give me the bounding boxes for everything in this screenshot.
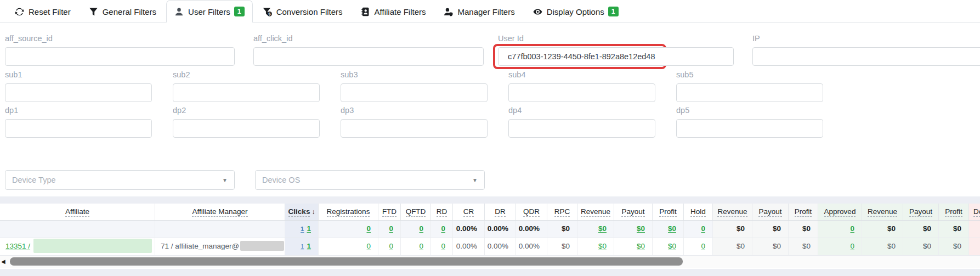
column-header-cr[interactable]: CR (453, 204, 485, 220)
unique-clicks-link[interactable]: 1 (301, 226, 304, 232)
cell-revenue_approved: $0 (862, 221, 903, 238)
column-header-profit_hold[interactable]: Profit (789, 204, 818, 220)
dp4-label: dp4 (508, 106, 522, 115)
ip-input[interactable] (752, 47, 980, 66)
cell-registrations: 0 (319, 238, 378, 255)
column-header-payout[interactable]: Payout (614, 204, 653, 220)
tab-label: Reset Filter (29, 7, 71, 16)
column-header-qdr[interactable]: QDR (516, 204, 547, 220)
column-header-affiliate[interactable]: Affiliate (0, 204, 155, 220)
sub1-input[interactable] (5, 83, 152, 102)
hold-link[interactable]: 0 (701, 242, 705, 250)
qftd-link[interactable]: 0 (419, 224, 423, 233)
tab-general-filters[interactable]: General Filters (81, 0, 165, 22)
payout_hold-value: $0 (773, 224, 781, 233)
column-header-hold[interactable]: Hold (684, 204, 713, 220)
tab-reset-filter[interactable]: Reset Filter (7, 0, 79, 22)
column-header-profit[interactable]: Profit (653, 204, 684, 220)
sub2-label: sub2 (173, 70, 190, 79)
horizontal-scrollbar[interactable]: ◀ (0, 256, 980, 268)
total-clicks-link[interactable]: 1 (307, 242, 311, 250)
column-header-affiliate_manager[interactable]: Affiliate Manager (155, 204, 285, 220)
dp4-input[interactable] (508, 119, 655, 138)
column-header-qftd[interactable]: QFTD (401, 204, 431, 220)
hold-link[interactable]: 0 (701, 224, 705, 233)
ftd-link[interactable]: 0 (389, 242, 393, 250)
column-header-rd[interactable]: RD (431, 204, 453, 220)
revenue-link[interactable]: $0 (598, 242, 607, 250)
tab-user-filters[interactable]: User Filters1 (166, 0, 253, 22)
scroll-left-arrow-icon[interactable]: ◀ (1, 258, 5, 265)
panel-table-separator (0, 196, 980, 204)
approved-link[interactable]: 0 (850, 224, 854, 233)
tab-display-options[interactable]: Display Options1 (525, 0, 627, 22)
cell-clicks: 11 (285, 221, 319, 238)
sub4-input[interactable] (508, 83, 655, 102)
unique-clicks-link[interactable]: 1 (301, 243, 304, 250)
sub4-label: sub4 (508, 70, 525, 79)
payout-link[interactable]: $0 (637, 224, 645, 233)
cell-revenue_approved: $0 (862, 238, 903, 255)
user_id-input[interactable] (498, 47, 734, 66)
ip-label: IP (752, 34, 760, 43)
column-header-label: Profit (945, 207, 962, 217)
column-header-payout_approved[interactable]: Payout (903, 204, 939, 220)
revenue-link[interactable]: $0 (598, 224, 607, 233)
dp1-label: dp1 (5, 106, 18, 115)
column-header-clicks[interactable]: Clicks↓ (285, 204, 319, 220)
column-header-profit_approved[interactable]: Profit (939, 204, 969, 220)
affiliate-id-link[interactable]: 13351 / (5, 242, 30, 250)
dp3-label: dp3 (341, 106, 354, 115)
report-table: AffiliateAffiliate ManagerClicks↓Registr… (0, 204, 980, 256)
column-header-rpc[interactable]: RPC (547, 204, 577, 220)
dp1-input[interactable] (5, 119, 152, 138)
dp3-input[interactable] (341, 119, 488, 138)
cell-profit_hold: $0 (789, 221, 818, 238)
cell-ftd: 0 (378, 221, 401, 238)
cell-revenue: $0 (577, 238, 614, 255)
device_os-dropdown[interactable]: Device OS▼ (255, 170, 485, 190)
tab-conversion-filters[interactable]: $Conversion Filters (254, 0, 351, 22)
sub5-input[interactable] (676, 83, 823, 102)
total-clicks-link[interactable]: 1 (307, 224, 311, 233)
svg-text:$: $ (268, 11, 270, 16)
registrations-link[interactable]: 0 (366, 242, 371, 250)
eye-icon (533, 7, 542, 16)
column-header-revenue_hold[interactable]: Revenue (713, 204, 752, 220)
column-header-revenue[interactable]: Revenue (577, 204, 614, 220)
column-header-declined[interactable]: Declined (969, 204, 980, 220)
column-header-registrations[interactable]: Registrations (319, 204, 378, 220)
device_type-dropdown[interactable]: Device Type▼ (5, 170, 235, 190)
aff_click_id-label: aff_click_id (253, 34, 292, 43)
aff_click_id-input[interactable] (253, 47, 484, 66)
horizontal-scrollbar-thumb[interactable] (10, 257, 683, 266)
qftd-link[interactable]: 0 (419, 242, 423, 250)
column-header-ftd[interactable]: FTD (378, 204, 401, 220)
column-header-label: RPC (554, 207, 570, 217)
sub3-input[interactable] (341, 83, 488, 102)
dp2-input[interactable] (173, 119, 320, 138)
registrations-link[interactable]: 0 (366, 224, 371, 233)
profit-link[interactable]: $0 (668, 242, 676, 250)
sub5-label: sub5 (676, 70, 693, 79)
column-header-dr[interactable]: DR (485, 204, 516, 220)
dp5-input[interactable] (676, 119, 823, 138)
aff_source_id-input[interactable] (5, 47, 235, 66)
dr-value: 0.00% (488, 224, 508, 233)
sub2-input[interactable] (173, 83, 320, 102)
profit-link[interactable]: $0 (668, 224, 676, 233)
column-header-approved[interactable]: Approved (818, 204, 862, 220)
rd-link[interactable]: 0 (441, 224, 445, 233)
payout-link[interactable]: $0 (637, 242, 645, 250)
payout_approved-value: $0 (923, 224, 931, 233)
column-header-label: Revenue (581, 207, 610, 217)
profit_hold-value: $0 (802, 224, 811, 233)
profit_hold-value: $0 (802, 242, 811, 250)
rd-link[interactable]: 0 (441, 242, 445, 250)
ftd-link[interactable]: 0 (389, 224, 393, 233)
tab-manager-filters[interactable]: Manager Filters (435, 0, 523, 22)
approved-link[interactable]: 0 (850, 242, 854, 250)
tab-affiliate-filters[interactable]: Affiliate Filters (353, 0, 434, 22)
column-header-revenue_approved[interactable]: Revenue (862, 204, 903, 220)
column-header-payout_hold[interactable]: Payout (752, 204, 789, 220)
